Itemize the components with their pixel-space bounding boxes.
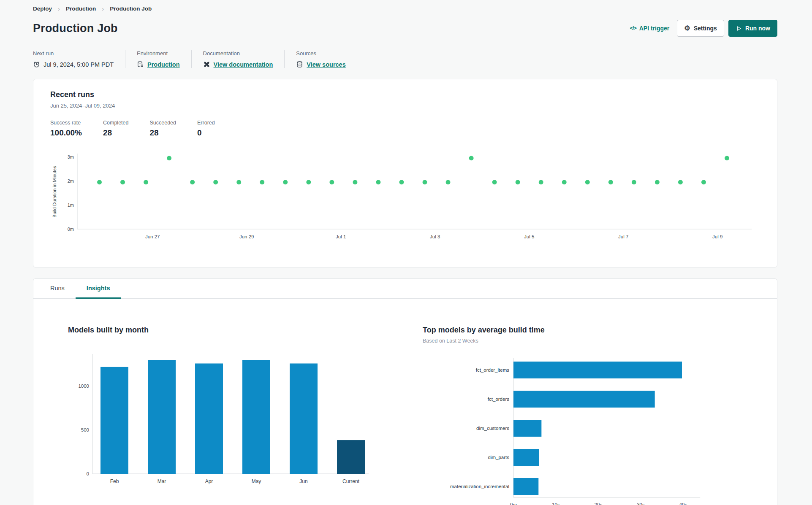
run-now-button[interactable]: Run now — [728, 20, 777, 37]
run-now-label: Run now — [745, 25, 770, 32]
next-run-block: Next run Jul 9, 2024, 5:00 PM PDT — [33, 50, 125, 68]
job-detail-tabs-card: RunsInsights Models built by month 05001… — [33, 278, 777, 505]
recent-runs-date-range: Jun 25, 2024–Jul 09, 2024 — [50, 103, 760, 109]
top-models-subtitle: Based on Last 2 Weeks — [423, 338, 714, 344]
svg-text:Jul 1: Jul 1 — [336, 234, 346, 239]
gear-icon: ⚙ — [684, 25, 690, 32]
breadcrumb-item-production-job: Production Job — [110, 5, 152, 12]
svg-text:May: May — [252, 478, 261, 484]
svg-text:1000: 1000 — [78, 383, 89, 389]
stat-value: 0 — [197, 128, 215, 138]
svg-text:Jun: Jun — [299, 478, 307, 484]
svg-text:materialization_incremental: materialization_incremental — [450, 484, 509, 489]
stat-value: 28 — [103, 128, 128, 138]
svg-text:Jul 3: Jul 3 — [430, 234, 440, 239]
stat-value: 100.00% — [50, 128, 82, 138]
breadcrumb: Deploy›Production›Production Job — [33, 3, 777, 12]
play-icon — [736, 25, 742, 32]
database-grid-icon — [137, 61, 144, 68]
environment-link[interactable]: Production — [147, 61, 180, 68]
stat-succeeded: Succeeded28 — [149, 120, 176, 138]
stat-label: Completed — [103, 120, 128, 126]
svg-text:10s: 10s — [552, 502, 560, 505]
tab-runs[interactable]: Runs — [39, 279, 76, 299]
next-run-label: Next run — [33, 50, 114, 57]
models-built-by-month-block: Models built by month 05001000FebMarAprM… — [68, 326, 389, 505]
environment-label: Environment — [137, 50, 180, 57]
breadcrumb-item-deploy[interactable]: Deploy — [33, 5, 52, 12]
stat-label: Errored — [197, 120, 215, 126]
models-by-month-title: Models built by month — [68, 326, 389, 335]
svg-text:Feb: Feb — [110, 478, 119, 484]
svg-text:Apr: Apr — [205, 478, 213, 484]
svg-text:2m: 2m — [68, 178, 74, 184]
next-run-value: Jul 9, 2024, 5:00 PM PDT — [43, 61, 114, 68]
settings-label: Settings — [694, 25, 717, 32]
svg-text:fct_orders: fct_orders — [488, 397, 509, 402]
svg-text:fct_order_items: fct_order_items — [476, 367, 510, 373]
build-duration-scatter-svg: Build Duration in Minutes0m1m2m3mJun 27J… — [50, 149, 760, 249]
stat-errored: Errored0 — [197, 120, 215, 138]
view-documentation-link[interactable]: View documentation — [214, 61, 273, 68]
environment-block: Environment Production — [125, 50, 191, 68]
top-models-hbar-svg: fct_order_itemsfct_ordersdim_customersdi… — [423, 355, 714, 505]
svg-text:Jul 5: Jul 5 — [524, 234, 534, 239]
top-models-block: Top models by average build time Based o… — [423, 326, 714, 505]
view-sources-link[interactable]: View sources — [307, 61, 345, 68]
svg-text:dim_parts: dim_parts — [488, 455, 510, 460]
svg-text:dim_customers: dim_customers — [476, 426, 509, 431]
stat-value: 28 — [149, 128, 176, 138]
models-by-month-bar-svg: 05001000FebMarAprMayJunCurrent — [68, 351, 372, 490]
clock-icon — [33, 61, 40, 68]
breadcrumb-item-production[interactable]: Production — [66, 5, 96, 12]
svg-text:3m: 3m — [68, 154, 74, 159]
svg-text:Current: Current — [342, 478, 360, 484]
svg-text:Mar: Mar — [158, 478, 166, 484]
svg-text:Jul 9: Jul 9 — [712, 234, 722, 239]
stats-row: Success rate100.00%Completed28Succeeded2… — [50, 120, 760, 138]
settings-button[interactable]: ⚙ Settings — [677, 20, 724, 37]
build-duration-chart: Build Duration in Minutes0m1m2m3mJun 27J… — [50, 149, 760, 251]
tab-bar: RunsInsights — [33, 279, 777, 299]
chevron-right-icon: › — [58, 5, 60, 12]
stat-label: Succeeded — [149, 120, 176, 126]
svg-text:Jun 27: Jun 27 — [145, 234, 160, 239]
models-by-month-chart: 05001000FebMarAprMayJunCurrent — [68, 351, 389, 491]
svg-text:0: 0 — [87, 471, 89, 476]
database-icon — [296, 61, 303, 68]
svg-text:20s: 20s — [595, 502, 603, 505]
svg-text:Build Duration in Minutes: Build Duration in Minutes — [52, 166, 57, 218]
stat-success-rate: Success rate100.00% — [50, 120, 82, 138]
production-job-page: Deploy›Production›Production Job Product… — [0, 0, 812, 505]
documentation-label: Documentation — [203, 50, 273, 57]
svg-text:0m: 0m — [68, 227, 74, 232]
sources-label: Sources — [296, 50, 345, 57]
api-trigger-label: API trigger — [639, 25, 670, 32]
recent-runs-card: Recent runs Jun 25, 2024–Jul 09, 2024 Su… — [33, 79, 777, 267]
documentation-block: Documentation View documentation — [191, 50, 285, 68]
page-title: Production Job — [33, 22, 118, 35]
svg-text:1m: 1m — [68, 203, 74, 208]
insights-panel: Models built by month 05001000FebMarAprM… — [33, 299, 777, 505]
top-models-chart: fct_order_itemsfct_ordersdim_customersdi… — [423, 355, 714, 505]
stat-completed: Completed28 — [103, 120, 128, 138]
chevron-right-icon: › — [102, 5, 104, 12]
api-trigger-link[interactable]: </> API trigger — [630, 25, 670, 32]
dbt-logo-icon — [203, 61, 210, 68]
sources-block: Sources View sources — [284, 50, 357, 68]
svg-text:Jul 7: Jul 7 — [618, 234, 628, 239]
svg-text:40s: 40s — [679, 502, 687, 505]
header-actions: </> API trigger ⚙ Settings Run now — [630, 20, 777, 37]
code-icon: </> — [630, 25, 636, 31]
tab-insights[interactable]: Insights — [76, 279, 121, 299]
svg-text:0m: 0m — [510, 502, 517, 505]
recent-runs-title: Recent runs — [50, 90, 760, 99]
stat-label: Success rate — [50, 120, 82, 126]
job-info-row: Next run Jul 9, 2024, 5:00 PM PDT Enviro… — [33, 50, 777, 68]
top-models-title: Top models by average build time — [423, 326, 714, 335]
svg-text:500: 500 — [81, 427, 89, 432]
page-header: Production Job </> API trigger ⚙ Setting… — [33, 20, 777, 37]
svg-text:Jun 29: Jun 29 — [239, 234, 254, 239]
svg-text:30s: 30s — [637, 502, 645, 505]
